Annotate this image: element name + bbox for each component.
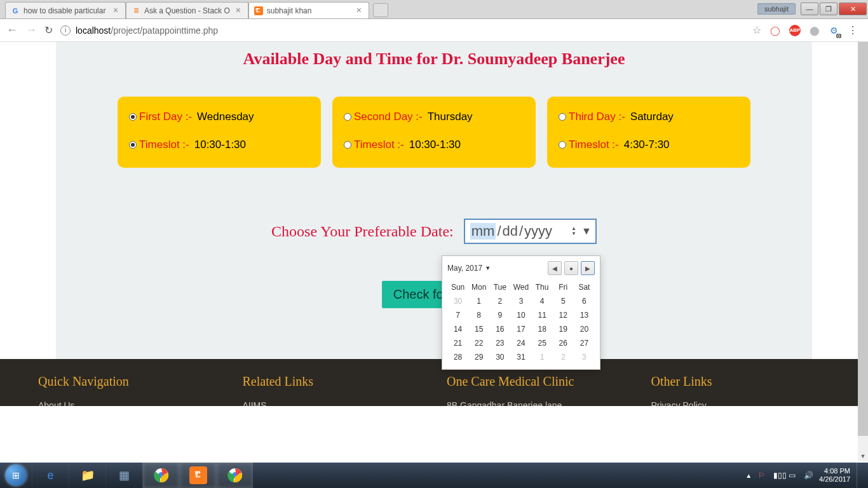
window-minimize-button[interactable]: —	[801, 3, 818, 15]
date-separator: /	[496, 223, 502, 240]
taskbar-app[interactable]: ▦	[105, 463, 142, 488]
calendar-day-cell[interactable]: 4	[532, 294, 553, 308]
xampp-icon: ఔ	[189, 466, 207, 484]
calendar-day-cell[interactable]: 28	[447, 350, 468, 364]
footer-link[interactable]: About Us	[38, 400, 217, 406]
third-day-radio[interactable]	[559, 113, 566, 121]
calendar-day-cell[interactable]: 1	[468, 294, 489, 308]
card-slot-value: 10:30-1:30	[194, 139, 246, 151]
settings-extension-icon[interactable]: ⚙0	[829, 25, 839, 36]
calendar-day-cell[interactable]: 7	[447, 308, 468, 322]
calendar-day-cell[interactable]: 16	[489, 322, 510, 336]
calendar-day-cell[interactable]: 29	[468, 350, 489, 364]
first-day-radio[interactable]	[129, 113, 137, 121]
calendar-day-cell[interactable]: 25	[532, 336, 553, 350]
network-icon[interactable]: ▮▯▯	[773, 471, 782, 480]
battery-icon[interactable]: ▭	[789, 471, 797, 480]
opera-extension-icon[interactable]: ◯	[770, 25, 780, 36]
nav-back-icon[interactable]: ←	[6, 24, 18, 37]
date-mm-segment[interactable]: mm	[470, 223, 496, 240]
calendar-day-cell[interactable]: 27	[574, 336, 595, 350]
tray-expand-icon[interactable]: ▲	[745, 472, 752, 479]
date-dropdown-icon[interactable]: ▼	[581, 226, 592, 237]
windows-logo-icon: ⊞	[5, 464, 27, 486]
taskbar-xampp[interactable]: ఔ	[179, 463, 216, 488]
taskbar-chrome[interactable]	[142, 463, 179, 488]
tab-close-icon[interactable]: ×	[355, 6, 363, 15]
calendar-day-cell[interactable]: 10	[510, 308, 531, 322]
taskbar-ie[interactable]: e	[32, 463, 69, 488]
calendar-day-cell[interactable]: 14	[447, 322, 468, 336]
address-bar[interactable]: i localhost/project/patappointtime.php	[60, 22, 745, 39]
browser-tab[interactable]: G how to disable particular ×	[5, 2, 126, 18]
calendar-day-cell[interactable]: 2	[489, 294, 510, 308]
calendar-day-cell[interactable]: 3	[510, 294, 531, 308]
vertical-scrollbar[interactable]: ▼	[858, 42, 868, 461]
tray-clock[interactable]: 4:08 PM 4/26/2017	[819, 467, 850, 484]
first-timeslot-radio[interactable]	[129, 141, 137, 149]
calendar-today-button[interactable]: ●	[564, 261, 578, 275]
calendar-day-cell[interactable]: 18	[532, 322, 553, 336]
adblock-extension-icon[interactable]: ABP	[789, 25, 801, 36]
extension-icon[interactable]: ⬤	[810, 25, 820, 36]
tab-close-icon[interactable]: ×	[234, 6, 243, 15]
window-close-button[interactable]: ✕	[839, 3, 867, 15]
volume-icon[interactable]: 🔊	[804, 471, 813, 480]
footer-link[interactable]: Privacy Policy	[651, 400, 831, 406]
calendar-prev-button[interactable]: ◀	[548, 261, 562, 275]
reload-icon[interactable]: ↻	[44, 24, 53, 36]
chrome-profile-badge[interactable]: subhajit	[757, 3, 796, 15]
calendar-day-cell[interactable]: 31	[510, 350, 531, 364]
calendar-day-cell[interactable]: 11	[532, 308, 553, 322]
calendar-day-header: Mon	[468, 280, 489, 294]
footer-heading: Other Links	[651, 374, 831, 389]
calendar-day-cell[interactable]: 9	[489, 308, 510, 322]
calendar-day-cell[interactable]: 17	[510, 322, 531, 336]
calendar-day-cell[interactable]: 12	[553, 308, 574, 322]
footer-column: Related Links AIIMS	[243, 374, 422, 406]
browser-tab[interactable]: ≣ Ask a Question - Stack O ×	[126, 2, 248, 18]
footer-link: 8B Gangadhar Banerjee lane	[447, 400, 626, 406]
chrome-menu-icon[interactable]: ⋮	[848, 24, 858, 36]
calendar-day-cell[interactable]: 21	[447, 336, 468, 350]
calendar-day-cell[interactable]: 26	[553, 336, 574, 350]
window-maximize-button[interactable]: ❐	[820, 3, 837, 15]
calendar-day-cell[interactable]: 20	[574, 322, 595, 336]
taskbar-chrome-2[interactable]	[216, 463, 253, 488]
new-tab-button[interactable]	[373, 3, 388, 17]
calendar-day-cell[interactable]: 13	[574, 308, 595, 322]
calendar-day-cell[interactable]: 5	[553, 294, 574, 308]
footer-link[interactable]: AIIMS	[243, 400, 422, 406]
folder-icon: 📁	[78, 466, 97, 485]
taskbar-explorer[interactable]: 📁	[69, 463, 105, 488]
page-viewport: Available Day and Time for Dr. Soumyadee…	[0, 42, 868, 461]
show-desktop-button[interactable]	[857, 463, 863, 488]
tab-close-icon[interactable]: ×	[111, 6, 120, 15]
calendar-day-cell[interactable]: 23	[489, 336, 510, 350]
flag-icon[interactable]: ⚐	[758, 471, 767, 480]
bookmark-star-icon[interactable]: ☆	[752, 24, 761, 36]
spinner-down-icon[interactable]: ▼	[571, 231, 576, 236]
scrollbar-down-icon[interactable]: ▼	[858, 451, 868, 461]
second-day-radio[interactable]	[344, 113, 351, 121]
date-spinner[interactable]: ▲▼	[571, 226, 576, 236]
date-input[interactable]: mm / dd / yyyy ▲▼ ▼	[464, 219, 597, 244]
calendar-day-cell[interactable]: 8	[468, 308, 489, 322]
browser-tab-active[interactable]: ఔ subhajit khan ×	[248, 2, 369, 18]
site-info-icon[interactable]: i	[60, 25, 71, 36]
calendar-day-cell[interactable]: 22	[468, 336, 489, 350]
calendar-day-cell[interactable]: 19	[553, 322, 574, 336]
scrollbar-thumb[interactable]	[858, 42, 868, 436]
second-timeslot-radio[interactable]	[344, 141, 351, 149]
tray-date-text: 4/26/2017	[819, 475, 850, 484]
date-dd-segment[interactable]: dd	[503, 223, 518, 240]
calendar-next-button[interactable]: ▶	[581, 261, 595, 275]
calendar-day-cell[interactable]: 30	[489, 350, 510, 364]
date-yyyy-segment[interactable]: yyyy	[524, 223, 552, 240]
third-timeslot-radio[interactable]	[559, 141, 566, 149]
calendar-month-selector[interactable]: May, 2017 ▼	[447, 264, 491, 273]
calendar-day-cell[interactable]: 15	[468, 322, 489, 336]
start-button[interactable]: ⊞	[0, 463, 32, 488]
calendar-day-cell[interactable]: 24	[510, 336, 531, 350]
calendar-day-cell[interactable]: 6	[574, 294, 595, 308]
